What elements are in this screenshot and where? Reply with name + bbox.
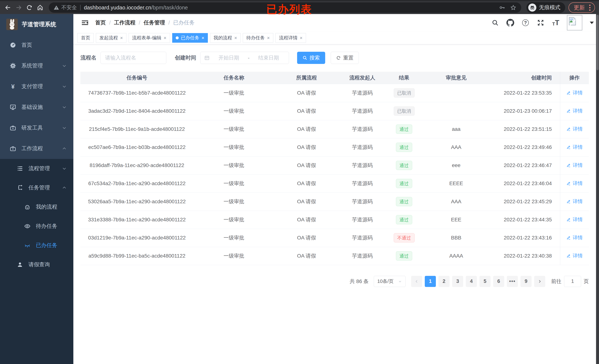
cell-process: OA 请假 — [274, 138, 339, 156]
close-icon[interactable]: × — [120, 36, 123, 40]
reset-button[interactable]: 重置 — [331, 52, 359, 64]
omnibox-divider — [80, 5, 80, 10]
page-button-9[interactable]: 9 — [520, 276, 532, 287]
table-row: 3adac3d2-7b9d-11ec-8404-acde48001122 一级审… — [80, 102, 589, 120]
cell-starter: 芋道源码 — [339, 84, 386, 102]
table-row: 03d1219e-7b9a-11ec-a290-acde48001122 一级审… — [80, 229, 589, 247]
breadcrumb-workflow[interactable]: 工作流程 — [114, 19, 135, 27]
sidebar-collapse-button[interactable] — [79, 19, 91, 27]
page-size-select[interactable]: 10条/页 — [374, 276, 405, 287]
sidebar-item-home[interactable]: 首页 — [0, 35, 73, 55]
gear-icon — [9, 62, 17, 69]
detail-button[interactable]: 详情 — [566, 144, 583, 151]
scrollbar-thumb[interactable] — [596, 15, 599, 70]
detail-button[interactable]: 详情 — [566, 89, 583, 96]
detail-label: 详情 — [573, 198, 583, 205]
tab-start-process[interactable]: 发起流程× — [96, 33, 126, 43]
table-row: 74736737-7b9b-11ec-b5b7-acde48001122 一级审… — [80, 84, 589, 102]
tab-done-tasks[interactable]: 已办任务× — [172, 33, 208, 43]
detail-button[interactable]: 详情 — [566, 216, 583, 223]
prev-page-button[interactable] — [411, 276, 422, 287]
chevron-left-icon — [414, 279, 419, 284]
page-button-5[interactable]: 5 — [479, 276, 491, 287]
avatar-caret-icon[interactable] — [590, 22, 594, 24]
page-button-1[interactable]: 1 — [425, 276, 436, 287]
process-name-input[interactable] — [100, 52, 166, 64]
detail-label: 详情 — [573, 89, 583, 96]
tab-my-process[interactable]: 我的流程× — [210, 33, 241, 43]
font-size-button[interactable]: TT — [552, 19, 560, 27]
goto-page-input[interactable] — [564, 276, 581, 287]
edit-pencil-icon — [566, 199, 571, 204]
page-button-2[interactable]: 2 — [439, 276, 449, 287]
warning-icon — [53, 5, 59, 10]
browser-forward-button[interactable] — [13, 2, 24, 13]
sidebar-item-todo-tasks[interactable]: 待办任务 — [0, 217, 73, 236]
page-button-3[interactable]: 3 — [452, 276, 463, 287]
sidebar-item-infra[interactable]: 基础设施 — [0, 97, 73, 117]
page-button-4[interactable]: 4 — [466, 276, 477, 287]
browser-back-button[interactable] — [3, 2, 13, 13]
tab-form-edit[interactable]: 流程表单-编辑× — [129, 33, 170, 43]
chevron-down-icon — [62, 63, 67, 68]
detail-button[interactable]: 详情 — [566, 234, 583, 241]
detail-button[interactable]: 详情 — [566, 126, 583, 132]
detail-button[interactable]: 详情 — [566, 162, 583, 169]
sidebar-item-task-mgmt[interactable]: 任务管理 — [0, 178, 73, 197]
cell-comment: AAA — [422, 138, 490, 156]
cell-task-name: 一级审批 — [194, 138, 274, 156]
header-search-button[interactable] — [491, 19, 499, 27]
sidebar-item-process-mgmt[interactable]: 流程管理 — [0, 159, 73, 178]
sidebar-item-system[interactable]: 系统管理 — [0, 55, 73, 76]
tab-process-detail[interactable]: 流程详情× — [275, 33, 306, 43]
more-pages-button[interactable]: ••• — [507, 276, 518, 287]
sidebar-item-my-process[interactable]: 我的流程 — [0, 197, 73, 217]
close-icon[interactable]: × — [234, 36, 237, 40]
cell-comment: AAA — [422, 193, 490, 211]
next-page-button[interactable] — [534, 276, 545, 287]
detail-button[interactable]: 详情 — [566, 198, 583, 205]
tab-home[interactable]: 首页 — [77, 33, 94, 43]
cell-actions: 详情 — [560, 174, 589, 193]
sidebar-item-devtools[interactable]: 研发工具 — [0, 117, 73, 138]
github-link[interactable] — [506, 19, 514, 27]
breadcrumb-home[interactable]: 首页 — [95, 19, 106, 27]
update-label: 更新 — [574, 4, 585, 11]
tab-label: 我的流程 — [214, 35, 232, 41]
cell-comment — [422, 102, 490, 120]
key-icon[interactable] — [499, 4, 505, 11]
date-range-picker[interactable]: 开始日期 - 结束日期 — [200, 52, 289, 64]
page-button-6[interactable]: 6 — [493, 276, 504, 287]
browser-menu-icon[interactable] — [589, 4, 591, 11]
browser-home-button[interactable] — [35, 2, 45, 13]
browser-scrollbar[interactable] — [596, 14, 599, 364]
detail-button[interactable]: 详情 — [566, 107, 583, 114]
browser-reload-button[interactable] — [24, 2, 35, 13]
sidebar-item-workflow[interactable]: 工作流程 — [0, 138, 73, 159]
tab-todo-tasks[interactable]: 待办任务× — [243, 33, 273, 43]
bookmark-star-icon[interactable] — [510, 4, 516, 11]
breadcrumb-task-mgmt[interactable]: 任务管理 — [144, 19, 165, 27]
cell-create-time: 2022-01-22 23:43:16 — [490, 229, 560, 247]
detail-button[interactable]: 详情 — [566, 252, 583, 259]
detail-button[interactable]: 详情 — [566, 180, 583, 186]
avatar[interactable] — [567, 15, 582, 30]
close-icon[interactable]: × — [202, 36, 204, 40]
cell-process: OA 请假 — [274, 247, 339, 265]
help-button[interactable]: ? — [521, 19, 529, 27]
sidebar-item-leave-query[interactable]: 请假查询 — [0, 255, 73, 274]
cell-create-time: 2022-01-22 23:51:15 — [490, 120, 560, 138]
app-logo-row[interactable]: 芋道管理系统 — [0, 14, 73, 35]
close-icon[interactable]: × — [164, 36, 167, 40]
cell-task-name: 一级审批 — [194, 84, 274, 102]
chevron-right-icon — [538, 279, 542, 284]
browser-update-button[interactable]: 更新 — [569, 2, 595, 13]
close-icon[interactable]: × — [267, 36, 270, 40]
sidebar-item-payment[interactable]: ¥ 支付管理 — [0, 76, 73, 97]
fullscreen-button[interactable] — [537, 19, 545, 27]
search-button[interactable]: 搜索 — [297, 52, 325, 64]
incognito-icon — [528, 3, 536, 12]
close-icon[interactable]: × — [300, 36, 302, 40]
sidebar-item-done-tasks[interactable]: 已办任务 — [0, 236, 73, 255]
cell-task-name: 一级审批 — [194, 247, 274, 265]
